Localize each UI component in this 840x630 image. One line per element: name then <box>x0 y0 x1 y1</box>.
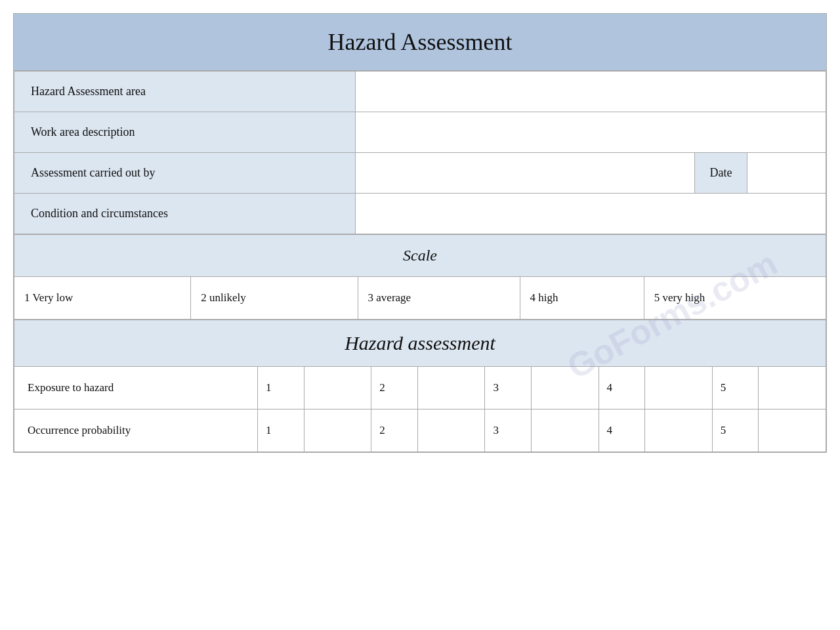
exposure-num-3: 3 <box>485 367 532 410</box>
hazard-area-label: Hazard Assessment area <box>14 72 356 112</box>
scale-item-5: 5 very high <box>644 277 826 320</box>
exposure-check-1[interactable] <box>304 367 371 410</box>
date-label: Date <box>695 153 747 194</box>
assessment-by-label: Assessment carried out by <box>14 153 356 194</box>
occurrence-num-4: 4 <box>598 410 645 452</box>
exposure-num-5: 5 <box>712 367 759 410</box>
occurrence-num-5: 5 <box>712 410 759 452</box>
scale-item-4: 4 high <box>520 277 644 320</box>
exposure-label: Exposure to hazard <box>14 367 258 410</box>
occurrence-check-1[interactable] <box>304 410 371 452</box>
scale-values-row: 1 Very low 2 unlikely 3 average 4 high 5… <box>14 277 826 320</box>
scale-table: Scale 1 Very low 2 unlikely 3 average 4 … <box>14 234 826 320</box>
exposure-check-4[interactable] <box>645 367 713 410</box>
scale-item-1: 1 Very low <box>14 277 191 320</box>
exposure-row: Exposure to hazard 1 2 3 4 5 <box>14 367 826 410</box>
condition-value[interactable] <box>355 194 826 234</box>
work-area-label: Work area description <box>14 112 356 153</box>
occurrence-check-3[interactable] <box>531 410 598 452</box>
occurrence-num-1: 1 <box>258 410 304 452</box>
hazard-assessment-header-row: Hazard assessment <box>14 320 826 367</box>
occurrence-check-4[interactable] <box>645 410 713 452</box>
hazard-area-value[interactable] <box>355 72 826 112</box>
main-title-section: Hazard Assessment <box>14 14 826 71</box>
info-table: Hazard Assessment area Work area descrip… <box>14 71 826 234</box>
condition-row: Condition and circumstances <box>14 194 826 234</box>
exposure-num-1: 1 <box>258 367 304 410</box>
date-value[interactable] <box>747 153 826 194</box>
hazard-assessment-table: Hazard assessment Exposure to hazard 1 2… <box>14 320 826 452</box>
occurrence-check-5[interactable] <box>759 410 826 452</box>
exposure-num-2: 2 <box>371 367 418 410</box>
exposure-check-3[interactable] <box>531 367 598 410</box>
occurrence-label: Occurrence probability <box>14 410 258 452</box>
occurrence-row: Occurrence probability 1 2 3 4 5 <box>14 410 826 452</box>
work-area-value[interactable] <box>355 112 826 153</box>
exposure-check-2[interactable] <box>417 367 485 410</box>
hazard-area-row: Hazard Assessment area <box>14 72 826 112</box>
assessment-by-value[interactable] <box>355 153 694 194</box>
scale-item-2: 2 unlikely <box>191 277 358 320</box>
occurrence-check-2[interactable] <box>417 410 485 452</box>
scale-header-row: Scale <box>14 235 826 277</box>
scale-header: Scale <box>14 235 826 277</box>
hazard-assessment-title: Hazard assessment <box>345 332 495 354</box>
page-title: Hazard Assessment <box>20 28 820 56</box>
occurrence-num-2: 2 <box>371 410 418 452</box>
work-area-row: Work area description <box>14 112 826 153</box>
condition-label: Condition and circumstances <box>14 194 356 234</box>
assessment-by-row: Assessment carried out by Date <box>14 153 826 194</box>
occurrence-num-3: 3 <box>485 410 532 452</box>
hazard-assessment-header: Hazard assessment <box>14 320 826 367</box>
exposure-num-4: 4 <box>598 367 645 410</box>
scale-item-3: 3 average <box>358 277 520 320</box>
exposure-check-5[interactable] <box>759 367 826 410</box>
